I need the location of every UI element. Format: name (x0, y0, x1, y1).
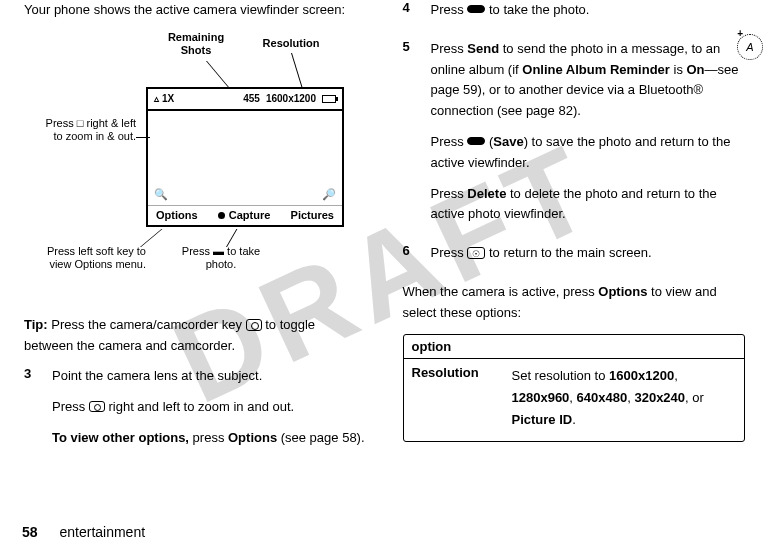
softkey-right: Pictures (291, 209, 334, 221)
nav-key-icon (89, 401, 105, 412)
txt: to take the photo. (485, 2, 589, 17)
view-other-options: To view other options, press Options (se… (52, 428, 367, 449)
step6-text: Press to return to the main screen. (431, 243, 746, 264)
txt: , or (685, 390, 704, 405)
txt: Set resolution to (512, 368, 610, 383)
txt: Press (431, 41, 468, 56)
post-camera-text: When the camera is active, press Options… (403, 282, 746, 324)
table-row: Resolution Set resolution to 1600x1200, … (404, 359, 745, 441)
option-value: Set resolution to 1600x1200, 1280x960, 6… (512, 365, 737, 431)
label-resolution: Resolution (256, 37, 326, 50)
label-left-softkey: Press left soft key to view Options menu… (46, 245, 146, 271)
tip-label: Tip: (24, 317, 48, 332)
softkey-center: Capture (229, 209, 271, 221)
txt: to return to the main screen. (485, 245, 651, 260)
option-key: Resolution (412, 365, 512, 431)
step-4: 4 Press to take the photo. (403, 0, 746, 31)
accessibility-plus-icon: + (737, 28, 743, 39)
center-key-icon (467, 5, 485, 13)
txt: Press (431, 2, 468, 17)
step5p3-text: Press Delete to delete the photo and ret… (431, 184, 746, 226)
txt: Press (52, 399, 89, 414)
step5p2-text: Press (Save) to save the photo and retur… (431, 132, 746, 174)
step-6: 6 Press to return to the main screen. (403, 243, 746, 274)
intro-text: Your phone shows the active camera viewf… (24, 0, 367, 21)
leader-line (140, 229, 162, 247)
txt: Press (431, 245, 468, 260)
signal-icon: ▵ (154, 93, 159, 104)
tip-paragraph: Tip: Press the camera/camcorder key to t… (24, 315, 367, 357)
txt: Press (431, 134, 468, 149)
left-column: Your phone shows the active camera viewf… (0, 0, 385, 546)
txt: When the camera is active, press (403, 284, 599, 299)
step5-text: Press Send to send the photo in a messag… (431, 39, 746, 122)
label-remaining-shots: Remaining Shots (161, 31, 231, 57)
shots-remaining: 455 (243, 93, 260, 104)
txt: Delete (467, 186, 506, 201)
txt: Picture ID (512, 412, 573, 427)
magnify-out-icon: 🔍 (154, 188, 168, 201)
txt: Options (598, 284, 647, 299)
battery-icon (322, 95, 336, 103)
options-table-header: option (404, 335, 745, 359)
viewfinder-statusbar: ▵ 1X 455 1600x1200 (148, 89, 342, 111)
page-content: Your phone shows the active camera viewf… (0, 0, 769, 546)
txt: . (572, 412, 576, 427)
txt: 320x240 (634, 390, 685, 405)
capture-dot-icon (218, 212, 225, 219)
viewfinder-box: ▵ 1X 455 1600x1200 🔍 🔍 Options (146, 87, 344, 227)
txt: 1600x1200 (609, 368, 674, 383)
viewfinder-preview: 🔍 🔍 (148, 111, 342, 205)
viewfinder-diagram: Remaining Shots Resolution ▵ 1X 455 1600… (36, 31, 356, 297)
step-number: 3 (24, 366, 52, 458)
txt: 640x480 (577, 390, 628, 405)
label-zoom-tip: Press □ right & left to zoom in & out. (36, 117, 136, 143)
txt: Save (493, 134, 523, 149)
right-column: A + 4 Press to take the photo. 5 Press S… (385, 0, 770, 546)
txt: right and left to zoom in and out. (105, 399, 294, 414)
txt: Press (431, 186, 468, 201)
resolution-value: 1600x1200 (266, 93, 316, 104)
step3-text: Point the camera lens at the subject. (52, 366, 367, 387)
step-number: 6 (403, 243, 431, 274)
txt: press (189, 430, 228, 445)
step-number: 5 (403, 39, 431, 235)
txt: Send (467, 41, 499, 56)
txt: On (687, 62, 705, 77)
step4-text: Press to take the photo. (431, 0, 746, 21)
txt: Online Album Reminder (522, 62, 670, 77)
magnify-in-icon: 🔍 (322, 188, 336, 201)
txt: 1280x960 (512, 390, 570, 405)
step-3: 3 Point the camera lens at the subject. … (24, 366, 367, 458)
txt: To view other options, (52, 430, 189, 445)
step3b-text: Press right and left to zoom in and out. (52, 397, 367, 418)
step-5: 5 Press Send to send the photo in a mess… (403, 39, 746, 235)
camera-key-icon (246, 319, 262, 331)
label-center-key: Press ▬ to take photo. (176, 245, 266, 271)
softkey-left: Options (156, 209, 198, 221)
center-key-icon (467, 137, 485, 145)
txt: Options (228, 430, 277, 445)
end-key-icon (467, 247, 485, 259)
txt: (see page 58). (277, 430, 364, 445)
viewfinder-softkeys: Options Capture Pictures (148, 205, 342, 225)
txt: is (670, 62, 687, 77)
zoom-level: 1X (162, 93, 174, 104)
step-number: 4 (403, 0, 431, 31)
tip-text: Press the camera/camcorder key (48, 317, 246, 332)
options-table: option Resolution Set resolution to 1600… (403, 334, 746, 442)
leader-line (136, 137, 150, 138)
